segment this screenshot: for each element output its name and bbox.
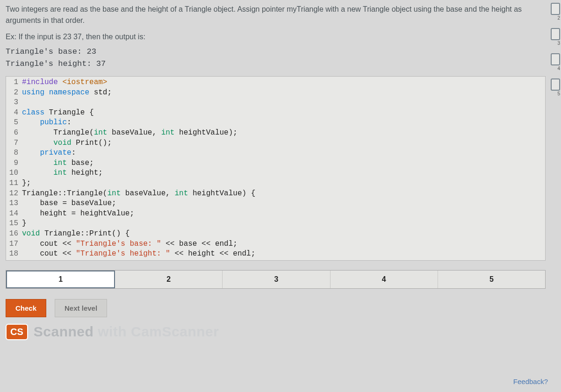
line-number: 15 [6, 219, 22, 229]
page-thumbnail-icon[interactable]: 3 [551, 28, 560, 40]
progress-step-1[interactable]: 1 [6, 271, 115, 288]
code-content: int base; [22, 158, 94, 169]
output-line-2: Triangle's height: 37 [6, 58, 555, 70]
code-content: Triangle::Triangle(int baseValue, int he… [22, 189, 255, 199]
line-number: 18 [6, 249, 22, 259]
progress-steps: 1 2 3 4 5 [6, 270, 546, 289]
line-number: 7 [6, 138, 22, 149]
code-content: cout << "Triangle's height: " << height … [22, 249, 255, 259]
feedback-link[interactable]: Feedback? [513, 378, 548, 385]
code-content: cout << "Triangle's base: " << base << e… [22, 239, 237, 249]
code-content: using namespace std; [22, 88, 112, 98]
camscanner-badge-icon: CS [6, 324, 28, 340]
code-content: void Print(); [22, 138, 112, 149]
scanner-watermark: CS Scanned with CamScanner [6, 324, 555, 340]
code-content: #include <iostream> [22, 78, 107, 88]
line-number: 6 [6, 128, 22, 138]
line-number: 4 [6, 108, 22, 118]
example-label: Ex: If the input is 23 37, then the outp… [6, 33, 555, 41]
code-content: int height; [22, 168, 103, 178]
next-level-button[interactable]: Next level [55, 299, 107, 317]
line-number: 14 [6, 209, 22, 219]
problem-instructions: Two integers are read as the base and th… [6, 4, 543, 26]
progress-step-2[interactable]: 2 [115, 271, 223, 288]
line-number: 3 [6, 98, 22, 108]
code-content: base = baseValue; [22, 199, 116, 209]
line-number: 10 [6, 168, 22, 178]
line-number: 5 [6, 118, 22, 128]
code-content: }; [22, 178, 31, 189]
code-content: } [22, 219, 27, 229]
page-thumbnails: 2 3 4 5 [550, 3, 561, 91]
code-content: private: [22, 148, 76, 158]
check-button[interactable]: Check [6, 299, 46, 317]
line-number: 16 [6, 229, 22, 239]
code-content: Triangle(int baseValue, int heightValue)… [22, 128, 237, 138]
line-number: 1 [6, 78, 22, 88]
line-number: 2 [6, 88, 22, 98]
code-content: class Triangle { [22, 108, 94, 118]
progress-step-4[interactable]: 4 [331, 271, 438, 288]
code-content: public: [22, 118, 72, 128]
line-number: 8 [6, 148, 22, 158]
line-number: 11 [6, 178, 22, 189]
example-output: Triangle's base: 23 Triangle's height: 3… [6, 46, 555, 70]
line-number: 13 [6, 199, 22, 209]
page-thumbnail-icon[interactable]: 2 [551, 3, 560, 15]
line-number: 9 [6, 158, 22, 169]
code-editor[interactable]: 1#include <iostream> 2using namespace st… [6, 76, 546, 261]
scanner-watermark-text: Scanned with CamScanner [34, 324, 219, 340]
page-thumbnail-icon[interactable]: 4 [551, 53, 560, 65]
output-line-1: Triangle's base: 23 [6, 46, 555, 58]
line-number: 12 [6, 189, 22, 199]
progress-step-5[interactable]: 5 [438, 271, 545, 288]
page-thumbnail-icon[interactable]: 5 [551, 78, 560, 91]
progress-step-3[interactable]: 3 [223, 271, 330, 288]
code-content: void Triangle::Print() { [22, 229, 129, 239]
code-content: height = heightValue; [22, 209, 134, 219]
line-number: 17 [6, 239, 22, 249]
